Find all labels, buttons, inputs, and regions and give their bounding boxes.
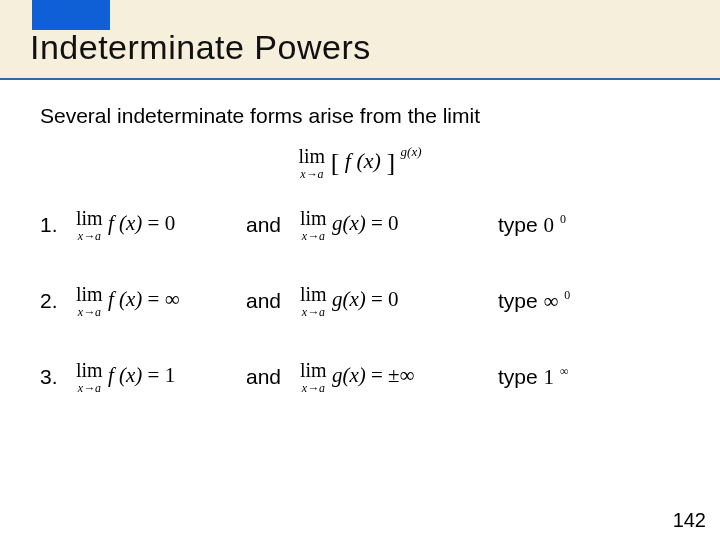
right-bracket: ] [386, 148, 395, 177]
and-label: and [246, 213, 300, 237]
g-eq: = ±∞ [371, 363, 415, 387]
f-expr: f (x) [108, 211, 142, 235]
type-word: type [498, 289, 544, 312]
type-base: ∞ [544, 289, 559, 313]
type-base: 0 [544, 213, 555, 237]
fx: f (x) [345, 148, 381, 173]
lim-label: lim [76, 284, 103, 304]
intro-text: Several indeterminate forms arise from t… [40, 104, 680, 128]
f-limit: lim x→a f (x) = 1 [76, 360, 246, 394]
type-label: type 1 ∞ [498, 365, 680, 390]
type-label: type 0 0 [498, 213, 680, 238]
f-limit: lim x→a f (x) = 0 [76, 208, 246, 242]
g-expr: g(x) [332, 363, 366, 387]
f-eq: = 1 [148, 363, 176, 387]
type-word: type [498, 213, 544, 236]
row-number: 3. [40, 365, 76, 389]
exponent-gx: g(x) [401, 144, 422, 159]
slide: Indeterminate Powers Several indetermina… [0, 0, 720, 540]
type-exp: 0 [564, 288, 570, 302]
case-row: 1. lim x→a f (x) = 0 and lim x→a g(x) = … [40, 208, 680, 242]
lim-under: x→a [300, 230, 327, 242]
g-limit: lim x→a g(x) = 0 [300, 284, 498, 318]
and-label: and [246, 365, 300, 389]
lim-label: lim [300, 360, 327, 380]
type-word: type [498, 365, 544, 388]
lim-label: lim [300, 284, 327, 304]
content-body: Several indeterminate forms arise from t… [0, 80, 720, 394]
page-title: Indeterminate Powers [30, 28, 371, 67]
row-number: 2. [40, 289, 76, 313]
g-limit: lim x→a g(x) = ±∞ [300, 360, 498, 394]
and-label: and [246, 289, 300, 313]
type-base: 1 [544, 365, 555, 389]
g-expr: g(x) [332, 287, 366, 311]
g-eq: = 0 [371, 211, 399, 235]
lim-label: lim [76, 208, 103, 228]
type-exp: 0 [560, 212, 566, 226]
left-bracket: [ [331, 148, 340, 177]
f-eq: = ∞ [148, 287, 180, 311]
lim-under: x→a [299, 168, 326, 180]
f-expr: f (x) [108, 363, 142, 387]
f-limit: lim x→a f (x) = ∞ [76, 284, 246, 318]
page-number: 142 [673, 509, 706, 532]
type-exp: ∞ [560, 364, 569, 378]
type-label: type ∞ 0 [498, 289, 680, 314]
row-number: 1. [40, 213, 76, 237]
lim-under: x→a [76, 230, 103, 242]
g-expr: g(x) [332, 211, 366, 235]
lim-under: x→a [76, 382, 103, 394]
g-limit: lim x→a g(x) = 0 [300, 208, 498, 242]
case-row: 3. lim x→a f (x) = 1 and lim x→a g(x) = … [40, 360, 680, 394]
lim-under: x→a [300, 306, 327, 318]
lim-label: lim [300, 208, 327, 228]
lim-under: x→a [76, 306, 103, 318]
title-band: Indeterminate Powers [0, 0, 720, 78]
f-eq: = 0 [148, 211, 176, 235]
lim-under: x→a [300, 382, 327, 394]
accent-box [32, 0, 110, 30]
lim-label: lim [76, 360, 103, 380]
f-expr: f (x) [108, 287, 142, 311]
g-eq: = 0 [371, 287, 399, 311]
case-row: 2. lim x→a f (x) = ∞ and lim x→a g(x) = … [40, 284, 680, 318]
lim-label: lim [299, 146, 326, 166]
main-expression: lim x→a [ f (x) ] g(x) [40, 146, 680, 180]
